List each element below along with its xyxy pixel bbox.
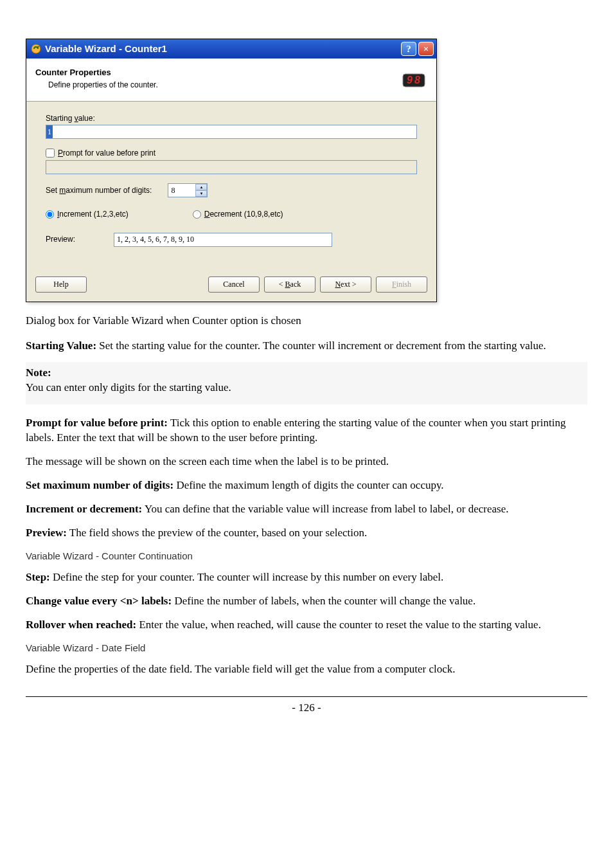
para-max-digits: Set maximum number of digits: Define the… bbox=[26, 478, 587, 493]
help-icon[interactable]: ? bbox=[401, 42, 416, 56]
svg-point-0 bbox=[31, 44, 40, 53]
para-starting-value: Starting Value: Set the starting value f… bbox=[26, 339, 587, 354]
prompt-input bbox=[46, 160, 417, 174]
preview-output bbox=[114, 233, 332, 247]
para-date: Define the properties of the date field.… bbox=[26, 662, 587, 677]
starting-value-selection: 1 bbox=[46, 125, 53, 138]
decrement-radio[interactable] bbox=[193, 210, 201, 219]
decrement-radio-label[interactable]: Decrement (10,9,8,etc) bbox=[193, 209, 283, 219]
header-subtitle: Define properties of the counter. bbox=[48, 80, 400, 90]
window-title: Variable Wizard - Counter1 bbox=[45, 42, 399, 55]
prompt-checkbox[interactable] bbox=[46, 149, 55, 158]
back-button[interactable]: < Back bbox=[264, 276, 315, 293]
para-preview: Preview: The field shows the preview of … bbox=[26, 526, 587, 541]
max-digits-input[interactable] bbox=[168, 184, 195, 197]
header-title: Counter Properties bbox=[35, 67, 400, 78]
note-title: Note: bbox=[26, 366, 51, 379]
page-number: - 126 - bbox=[26, 701, 587, 716]
subhead-counter-continuation: Variable Wizard - Counter Continuation bbox=[26, 550, 587, 563]
direction-radiogroup: Increment (1,2,3,etc) Decrement (10,9,8,… bbox=[46, 209, 417, 219]
note-body: You can enter only digits for the starti… bbox=[26, 381, 231, 393]
dialog-body: Starting value: 1 Prompt for value befor… bbox=[26, 102, 436, 253]
starting-value-label: Starting value: bbox=[46, 113, 417, 123]
note-block: Note: You can enter only digits for the … bbox=[26, 362, 587, 404]
dialog-button-row: Help Cancel < Back Next > Finish bbox=[26, 253, 436, 302]
subhead-date-field: Variable Wizard - Date Field bbox=[26, 642, 587, 655]
starting-value-input[interactable] bbox=[46, 125, 417, 139]
prompt-label: Prompt for value before print bbox=[58, 148, 155, 158]
dialog-header: Counter Properties Define properties of … bbox=[26, 59, 436, 102]
close-icon[interactable]: × bbox=[418, 42, 434, 56]
increment-radio[interactable] bbox=[46, 210, 54, 219]
app-icon bbox=[30, 43, 42, 55]
increment-radio-label[interactable]: Increment (1,2,3,etc) bbox=[46, 209, 129, 219]
preview-label: Preview: bbox=[46, 234, 75, 244]
max-digits-label: Set maximum number of digits: bbox=[46, 185, 152, 195]
help-button[interactable]: Help bbox=[35, 276, 87, 293]
svg-text:8: 8 bbox=[414, 75, 420, 86]
para-change: Change value every <n> labels: Define th… bbox=[26, 594, 587, 609]
para-prompt: Prompt for value before print: Tick this… bbox=[26, 416, 587, 446]
titlebar[interactable]: Variable Wizard - Counter1 ? × bbox=[26, 39, 436, 59]
next-button[interactable]: Next > bbox=[320, 276, 371, 293]
figure-caption: Dialog box for Variable Wizard when Coun… bbox=[26, 314, 587, 329]
footer-rule bbox=[26, 696, 587, 697]
finish-button: Finish bbox=[376, 276, 427, 293]
counter-icon: 98 bbox=[400, 65, 427, 92]
prompt-field: Prompt for value before print bbox=[46, 148, 417, 174]
dialog-window: Variable Wizard - Counter1 ? × Counter P… bbox=[26, 39, 437, 302]
spin-up-icon[interactable]: ▲ bbox=[195, 184, 207, 190]
para-step: Step: Define the step for your counter. … bbox=[26, 570, 587, 585]
para-increment: Increment or decrement: You can define t… bbox=[26, 502, 587, 517]
max-digits-field: Set maximum number of digits: ▲ ▼ bbox=[46, 183, 417, 197]
starting-value-field: Starting value: 1 bbox=[46, 113, 417, 139]
para-message: The message will be shown on the screen … bbox=[26, 455, 587, 469]
svg-text:9: 9 bbox=[407, 75, 413, 86]
para-rollover: Rollover when reached: Enter the value, … bbox=[26, 618, 587, 633]
max-digits-spinner[interactable]: ▲ ▼ bbox=[168, 183, 208, 197]
preview-field: Preview: bbox=[46, 233, 417, 247]
spin-down-icon[interactable]: ▼ bbox=[195, 190, 207, 197]
cancel-button[interactable]: Cancel bbox=[208, 276, 260, 293]
